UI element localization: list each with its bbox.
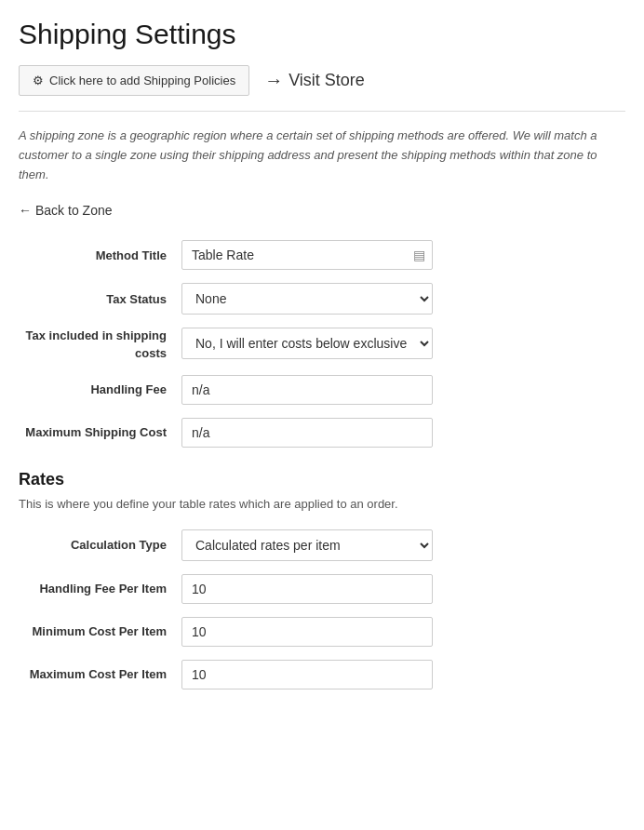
policies-button[interactable]: ⚙ Click here to add Shipping Policies bbox=[19, 65, 249, 96]
handling-fee-input[interactable] bbox=[181, 375, 433, 405]
shipping-method-form: Method Title ▤ Tax Status None Taxable N… bbox=[19, 240, 625, 447]
tax-status-label: Tax Status bbox=[19, 292, 181, 306]
tax-status-select-wrapper: None Taxable Not Taxable bbox=[181, 283, 433, 315]
page-title: Shipping Settings bbox=[19, 19, 625, 50]
top-bar: ⚙ Click here to add Shipping Policies → … bbox=[19, 65, 625, 96]
calculation-type-label: Calculation Type bbox=[19, 538, 181, 552]
calculation-type-select[interactable]: Calculated rates per item Calculated rat… bbox=[181, 529, 433, 561]
tax-included-select[interactable]: No, I will enter costs below exclusive Y… bbox=[181, 328, 433, 359]
handling-fee-input-wrapper bbox=[181, 375, 433, 405]
visit-store-label: Visit Store bbox=[288, 71, 365, 90]
handling-fee-per-item-row: Handling Fee Per Item bbox=[19, 574, 625, 604]
min-cost-per-item-input[interactable] bbox=[181, 617, 433, 647]
back-link-label: Back to Zone bbox=[35, 203, 113, 218]
tax-included-select-wrapper: No, I will enter costs below exclusive Y… bbox=[181, 328, 433, 359]
max-shipping-cost-input[interactable] bbox=[181, 418, 433, 448]
rates-section: Rates This is where you define your tabl… bbox=[19, 470, 625, 689]
arrow-left-icon: ← bbox=[19, 203, 32, 218]
top-divider bbox=[19, 111, 625, 112]
handling-fee-label: Handling Fee bbox=[19, 382, 181, 396]
tax-included-row: Tax included in shipping costs No, I wil… bbox=[19, 328, 625, 361]
method-title-field-wrapper: ▤ bbox=[181, 240, 433, 270]
max-cost-per-item-label: Maximum Cost Per Item bbox=[19, 666, 181, 683]
handling-fee-per-item-input-wrapper bbox=[181, 574, 433, 604]
handling-fee-per-item-input[interactable] bbox=[181, 574, 433, 604]
rates-form: Calculation Type Calculated rates per it… bbox=[19, 529, 625, 689]
method-title-label: Method Title bbox=[19, 248, 181, 262]
tax-status-row: Tax Status None Taxable Not Taxable bbox=[19, 283, 625, 315]
max-cost-per-item-input[interactable] bbox=[181, 660, 433, 689]
min-cost-per-item-input-wrapper bbox=[181, 617, 433, 647]
handling-fee-row: Handling Fee bbox=[19, 375, 625, 405]
calculation-type-select-wrapper: Calculated rates per item Calculated rat… bbox=[181, 529, 433, 561]
max-shipping-cost-row: Maximum Shipping Cost bbox=[19, 418, 625, 448]
method-title-input[interactable] bbox=[181, 240, 433, 270]
tax-included-label: Tax included in shipping costs bbox=[19, 328, 181, 361]
min-cost-per-item-row: Minimum Cost Per Item bbox=[19, 617, 625, 647]
zone-description: A shipping zone is a geographic region w… bbox=[19, 127, 625, 184]
max-shipping-cost-label: Maximum Shipping Cost bbox=[19, 424, 181, 441]
gear-icon: ⚙ bbox=[33, 74, 44, 87]
max-shipping-cost-input-wrapper bbox=[181, 418, 433, 448]
visit-store-link[interactable]: → Visit Store bbox=[264, 70, 365, 91]
method-title-input-wrapper: ▤ bbox=[181, 240, 433, 270]
tax-status-select[interactable]: None Taxable Not Taxable bbox=[181, 283, 433, 315]
arrow-right-icon: → bbox=[264, 70, 283, 91]
calculation-type-row: Calculation Type Calculated rates per it… bbox=[19, 529, 625, 561]
max-cost-per-item-input-wrapper bbox=[181, 660, 433, 689]
max-cost-per-item-row: Maximum Cost Per Item bbox=[19, 660, 625, 689]
document-icon: ▤ bbox=[413, 248, 425, 262]
min-cost-per-item-label: Minimum Cost Per Item bbox=[19, 623, 181, 640]
policies-button-label: Click here to add Shipping Policies bbox=[49, 74, 235, 87]
back-to-zone-link[interactable]: ← Back to Zone bbox=[19, 203, 113, 218]
rates-description: This is where you define your table rate… bbox=[19, 497, 625, 511]
handling-fee-per-item-label: Handling Fee Per Item bbox=[19, 581, 181, 597]
method-title-row: Method Title ▤ bbox=[19, 240, 625, 270]
rates-title: Rates bbox=[19, 470, 625, 489]
